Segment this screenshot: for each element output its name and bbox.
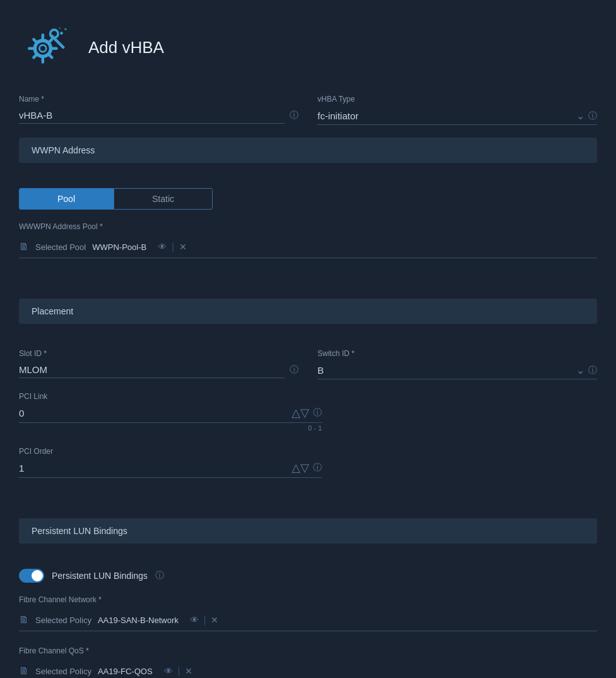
pci-order-stepper-icon[interactable]: △▽	[292, 461, 309, 475]
switch-id-label: Switch ID *	[317, 349, 597, 358]
fc-network-field: Fibre Channel Network * 🗎 Selected Polic…	[19, 595, 597, 631]
pci-order-input-row: △▽ ⓘ	[19, 461, 322, 478]
gear-icon	[19, 19, 76, 76]
pci-order-label: PCI Order	[19, 447, 597, 456]
page-container: Add vHBA Name * ⓘ vHBA Type fc-initiator…	[0, 0, 616, 678]
fc-qos-label: Fibre Channel QoS *	[19, 646, 597, 655]
pool-value: WWPN-Pool-B	[92, 242, 146, 252]
persistent-toggle-label: Persistent LUN Bindings	[52, 571, 148, 581]
page-header: Add vHBA	[19, 13, 597, 76]
wwpn-section: WWPN Address Pool Static WWWPN Address P…	[19, 138, 597, 286]
fc-qos-field: Fibre Channel QoS * 🗎 Selected Policy AA…	[19, 646, 597, 678]
fc-qos-clear-icon[interactable]: ✕	[185, 666, 192, 676]
vhbatype-info-icon[interactable]: ⓘ	[588, 110, 597, 122]
slot-id-group: Slot ID * ⓘ	[19, 349, 299, 379]
pool-doc-icon: 🗎	[19, 241, 29, 253]
slot-id-label: Slot ID *	[19, 349, 299, 358]
wwpn-toggle-buttons: Pool Static	[19, 188, 597, 210]
name-info-icon[interactable]: ⓘ	[290, 110, 299, 121]
svg-point-13	[64, 28, 67, 30]
fc-qos-row: 🗎 Selected Policy AA19-FC-QOS 👁 | ✕	[19, 660, 597, 678]
name-field-group: Name * ⓘ	[19, 95, 299, 125]
pool-toggle-btn[interactable]: Pool	[19, 188, 114, 210]
pci-link-input-row: △▽ ⓘ	[19, 406, 322, 423]
vhbatype-select-row: fc-initiator ⌄ ⓘ	[317, 107, 597, 125]
pci-order-info-icon[interactable]: ⓘ	[313, 462, 322, 473]
fc-qos-value: AA19-FC-QOS	[98, 667, 153, 676]
name-input-row: ⓘ	[19, 107, 299, 124]
fc-network-doc-icon: 🗎	[19, 614, 29, 626]
fc-network-action-icons: 👁 | ✕	[190, 615, 219, 625]
persistent-section-content: Persistent LUN Bindings ⓘ Fibre Channel …	[19, 556, 597, 678]
pci-link-info-icon[interactable]: ⓘ	[313, 407, 322, 419]
svg-point-1	[39, 45, 46, 52]
vhbatype-chevron-icon[interactable]: ⌄	[576, 110, 584, 122]
wwpn-pool-field: WWWPN Address Pool * 🗎 Selected Pool WWP…	[19, 222, 597, 258]
pci-link-field: PCI Link △▽ ⓘ 0 - 1	[19, 392, 597, 432]
svg-line-8	[49, 39, 52, 42]
fc-qos-view-icon[interactable]: 👁	[164, 666, 173, 676]
vhbatype-label: vHBA Type	[317, 95, 597, 104]
slot-id-input[interactable]	[19, 362, 285, 378]
fc-network-divider: |	[204, 615, 206, 625]
pci-link-stepper-icon[interactable]: △▽	[292, 406, 309, 420]
fc-network-value: AA19-SAN-B-Network	[98, 616, 179, 625]
svg-point-14	[59, 27, 61, 29]
fc-qos-action-icons: 👁 | ✕	[164, 666, 193, 676]
svg-point-12	[60, 32, 63, 35]
fc-network-row: 🗎 Selected Policy AA19-SAN-B-Network 👁 |…	[19, 609, 597, 631]
pool-clear-icon[interactable]: ✕	[179, 242, 187, 252]
fc-network-label: Fibre Channel Network *	[19, 595, 597, 604]
persistent-section-header: Persistent LUN Bindings	[19, 518, 597, 544]
persistent-section: Persistent LUN Bindings Persistent LUN B…	[19, 518, 597, 678]
persistent-info-icon[interactable]: ⓘ	[155, 570, 164, 581]
fc-qos-selected-label: Selected Policy	[35, 667, 92, 676]
pool-view-icon[interactable]: 👁	[158, 242, 167, 252]
pci-link-label: PCI Link	[19, 392, 597, 401]
fc-network-selected-label: Selected Policy	[35, 616, 92, 625]
wwpn-pool-label: WWWPN Address Pool *	[19, 222, 597, 231]
svg-line-9	[33, 55, 37, 58]
fc-network-view-icon[interactable]: 👁	[190, 615, 199, 625]
switch-id-group: Switch ID * B ⌄ ⓘ	[317, 349, 597, 379]
toggle-knob	[32, 570, 43, 581]
pci-link-range: 0 - 1	[19, 424, 322, 432]
name-input[interactable]	[19, 107, 285, 124]
selected-pool-label: Selected Pool	[35, 242, 86, 252]
pci-link-input[interactable]	[19, 408, 292, 419]
name-label: Name *	[19, 95, 299, 104]
svg-line-6	[33, 39, 37, 42]
vhbatype-field-group: vHBA Type fc-initiator ⌄ ⓘ	[317, 95, 597, 125]
persistent-toggle-row: Persistent LUN Bindings ⓘ	[19, 569, 597, 583]
switch-id-select-row: B ⌄ ⓘ	[317, 362, 597, 379]
page-title: Add vHBA	[88, 38, 164, 57]
placement-section-header: Placement	[19, 299, 597, 324]
placement-section: Placement Slot ID * ⓘ Switch ID * B ⌄ ⓘ	[19, 299, 597, 506]
slot-id-input-row: ⓘ	[19, 362, 299, 378]
fc-network-clear-icon[interactable]: ✕	[211, 615, 218, 625]
svg-line-7	[49, 55, 52, 58]
slot-id-info-icon[interactable]: ⓘ	[290, 364, 299, 376]
vhbatype-value: fc-initiator	[317, 110, 576, 121]
pool-action-icons: 👁 | ✕	[158, 242, 187, 252]
persistent-toggle-switch[interactable]	[19, 569, 44, 583]
fc-qos-doc-icon: 🗎	[19, 665, 29, 677]
pci-order-input[interactable]	[19, 463, 292, 473]
fc-qos-divider: |	[178, 666, 181, 676]
pci-order-field: PCI Order △▽ ⓘ	[19, 447, 597, 478]
pool-divider: |	[172, 242, 174, 252]
slot-switch-row: Slot ID * ⓘ Switch ID * B ⌄ ⓘ	[19, 349, 597, 379]
static-toggle-btn[interactable]: Static	[114, 188, 213, 210]
placement-section-content: Slot ID * ⓘ Switch ID * B ⌄ ⓘ	[19, 336, 597, 506]
switch-id-chevron-icon[interactable]: ⌄	[576, 364, 584, 376]
switch-id-info-icon[interactable]: ⓘ	[588, 365, 597, 376]
pool-row: 🗎 Selected Pool WWPN-Pool-B 👁 | ✕	[19, 236, 597, 258]
name-vhbatype-row: Name * ⓘ vHBA Type fc-initiator ⌄ ⓘ	[19, 95, 597, 125]
wwpn-section-content: Pool Static WWWPN Address Pool * 🗎 Selec…	[19, 175, 597, 286]
switch-id-value: B	[317, 365, 576, 376]
wwpn-section-header: WWPN Address	[19, 138, 597, 163]
